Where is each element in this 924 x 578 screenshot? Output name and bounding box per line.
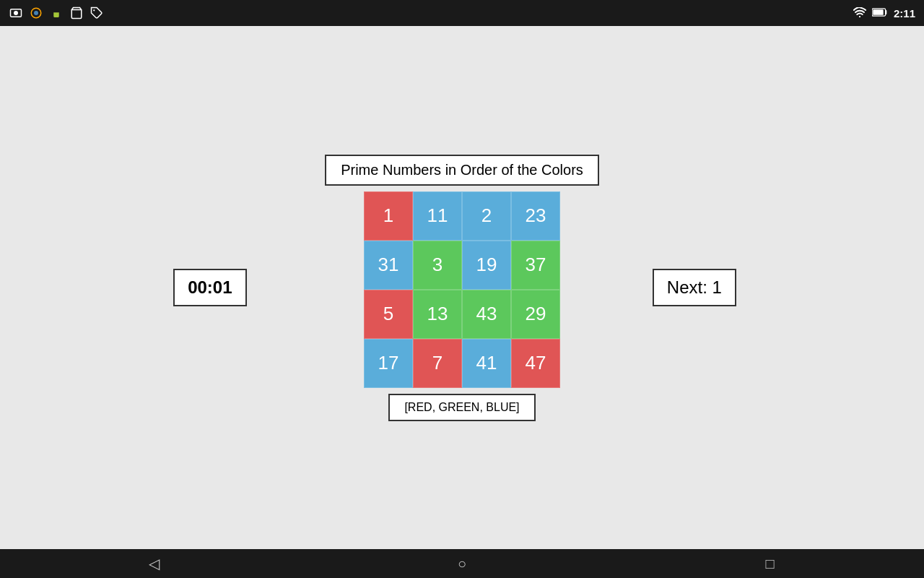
status-icons-left xyxy=(9,6,104,20)
nav-bar: ◁ ○ □ xyxy=(0,549,924,578)
status-bar: 2:11 xyxy=(0,0,924,26)
svg-point-3 xyxy=(34,11,38,15)
next-display: Next: 1 xyxy=(653,269,736,306)
grid-cell-2-0[interactable]: 5 xyxy=(364,290,413,339)
grid-cell-2-2[interactable]: 43 xyxy=(462,290,511,339)
android-icon xyxy=(49,6,64,20)
firefox-icon xyxy=(29,6,43,20)
tag-icon xyxy=(90,6,104,20)
grid-cell-3-2[interactable]: 41 xyxy=(462,339,511,388)
time-display: 2:11 xyxy=(894,7,915,20)
home-button[interactable]: ○ xyxy=(440,549,484,578)
recents-button[interactable]: □ xyxy=(749,549,792,578)
status-right: 2:11 xyxy=(853,7,915,20)
number-grid: 111223313193751343291774147 xyxy=(364,191,560,388)
game-title: Prime Numbers in Order of the Colors xyxy=(325,155,599,186)
shop-icon xyxy=(69,6,84,20)
grid-cell-2-3[interactable]: 29 xyxy=(511,290,560,339)
grid-cell-0-2[interactable]: 2 xyxy=(462,191,511,241)
svg-rect-8 xyxy=(873,9,883,15)
svg-point-6 xyxy=(859,15,860,17)
grid-cell-3-0[interactable]: 17 xyxy=(364,339,413,388)
grid-cell-1-3[interactable]: 37 xyxy=(511,241,560,290)
wifi-icon xyxy=(853,7,866,20)
timer-display: 00:01 xyxy=(173,269,246,306)
grid-row-3: 1774147 xyxy=(364,339,560,388)
back-button[interactable]: ◁ xyxy=(132,549,175,578)
grid-cell-3-3[interactable]: 47 xyxy=(511,339,560,388)
svg-point-5 xyxy=(93,9,95,11)
grid-cell-0-0[interactable]: 1 xyxy=(364,191,413,241)
grid-cell-1-0[interactable]: 31 xyxy=(364,241,413,290)
color-order: [RED, GREEN, BLUE] xyxy=(388,394,535,421)
grid-cell-1-2[interactable]: 19 xyxy=(462,241,511,290)
grid-cell-2-1[interactable]: 13 xyxy=(413,290,462,339)
photo-icon xyxy=(9,6,23,20)
svg-point-1 xyxy=(14,11,18,15)
grid-row-0: 111223 xyxy=(364,191,560,241)
grid-row-1: 3131937 xyxy=(364,241,560,290)
game-container: 00:01 Next: 1 Prime Numbers in Order of … xyxy=(325,155,599,421)
main-area: 00:01 Next: 1 Prime Numbers in Order of … xyxy=(0,26,924,549)
grid-cell-3-1[interactable]: 7 xyxy=(413,339,462,388)
grid-row-2: 5134329 xyxy=(364,290,560,339)
grid-cell-0-3[interactable]: 23 xyxy=(511,191,560,241)
battery-icon xyxy=(872,7,888,20)
grid-cell-1-1[interactable]: 3 xyxy=(413,241,462,290)
grid-cell-0-1[interactable]: 11 xyxy=(413,191,462,241)
